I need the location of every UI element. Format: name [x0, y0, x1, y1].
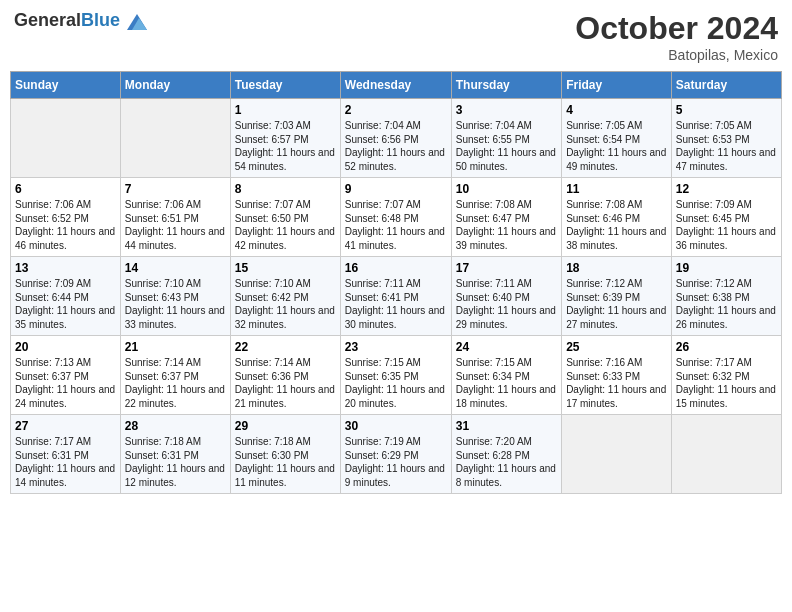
day-info: Sunrise: 7:05 AM Sunset: 6:54 PM Dayligh… — [566, 119, 667, 173]
day-info: Sunrise: 7:19 AM Sunset: 6:29 PM Dayligh… — [345, 435, 447, 489]
calendar-cell: 9Sunrise: 7:07 AM Sunset: 6:48 PM Daylig… — [340, 178, 451, 257]
calendar-cell: 20Sunrise: 7:13 AM Sunset: 6:37 PM Dayli… — [11, 336, 121, 415]
day-number: 7 — [125, 182, 226, 196]
calendar-body: 1Sunrise: 7:03 AM Sunset: 6:57 PM Daylig… — [11, 99, 782, 494]
calendar-cell: 14Sunrise: 7:10 AM Sunset: 6:43 PM Dayli… — [120, 257, 230, 336]
calendar-cell: 7Sunrise: 7:06 AM Sunset: 6:51 PM Daylig… — [120, 178, 230, 257]
logo-icon — [127, 14, 147, 30]
calendar-cell: 26Sunrise: 7:17 AM Sunset: 6:32 PM Dayli… — [671, 336, 781, 415]
day-number: 4 — [566, 103, 667, 117]
week-row-3: 13Sunrise: 7:09 AM Sunset: 6:44 PM Dayli… — [11, 257, 782, 336]
day-header-sunday: Sunday — [11, 72, 121, 99]
day-number: 15 — [235, 261, 336, 275]
title-area: October 2024 Batopilas, Mexico — [575, 10, 778, 63]
calendar-cell: 19Sunrise: 7:12 AM Sunset: 6:38 PM Dayli… — [671, 257, 781, 336]
day-number: 20 — [15, 340, 116, 354]
day-number: 28 — [125, 419, 226, 433]
header-row: SundayMondayTuesdayWednesdayThursdayFrid… — [11, 72, 782, 99]
day-header-monday: Monday — [120, 72, 230, 99]
day-info: Sunrise: 7:11 AM Sunset: 6:41 PM Dayligh… — [345, 277, 447, 331]
calendar-cell: 15Sunrise: 7:10 AM Sunset: 6:42 PM Dayli… — [230, 257, 340, 336]
day-info: Sunrise: 7:11 AM Sunset: 6:40 PM Dayligh… — [456, 277, 557, 331]
location: Batopilas, Mexico — [575, 47, 778, 63]
day-number: 17 — [456, 261, 557, 275]
day-number: 21 — [125, 340, 226, 354]
week-row-1: 1Sunrise: 7:03 AM Sunset: 6:57 PM Daylig… — [11, 99, 782, 178]
day-number: 26 — [676, 340, 777, 354]
day-info: Sunrise: 7:07 AM Sunset: 6:50 PM Dayligh… — [235, 198, 336, 252]
calendar-cell: 12Sunrise: 7:09 AM Sunset: 6:45 PM Dayli… — [671, 178, 781, 257]
calendar-cell — [120, 99, 230, 178]
day-number: 23 — [345, 340, 447, 354]
calendar-cell — [11, 99, 121, 178]
day-info: Sunrise: 7:14 AM Sunset: 6:36 PM Dayligh… — [235, 356, 336, 410]
calendar-cell: 25Sunrise: 7:16 AM Sunset: 6:33 PM Dayli… — [562, 336, 672, 415]
calendar-cell: 5Sunrise: 7:05 AM Sunset: 6:53 PM Daylig… — [671, 99, 781, 178]
day-header-thursday: Thursday — [451, 72, 561, 99]
calendar-cell: 18Sunrise: 7:12 AM Sunset: 6:39 PM Dayli… — [562, 257, 672, 336]
day-info: Sunrise: 7:08 AM Sunset: 6:46 PM Dayligh… — [566, 198, 667, 252]
day-info: Sunrise: 7:20 AM Sunset: 6:28 PM Dayligh… — [456, 435, 557, 489]
day-number: 27 — [15, 419, 116, 433]
day-info: Sunrise: 7:08 AM Sunset: 6:47 PM Dayligh… — [456, 198, 557, 252]
calendar-cell: 30Sunrise: 7:19 AM Sunset: 6:29 PM Dayli… — [340, 415, 451, 494]
day-info: Sunrise: 7:12 AM Sunset: 6:38 PM Dayligh… — [676, 277, 777, 331]
day-header-tuesday: Tuesday — [230, 72, 340, 99]
calendar-cell: 10Sunrise: 7:08 AM Sunset: 6:47 PM Dayli… — [451, 178, 561, 257]
calendar-cell: 17Sunrise: 7:11 AM Sunset: 6:40 PM Dayli… — [451, 257, 561, 336]
calendar-cell: 22Sunrise: 7:14 AM Sunset: 6:36 PM Dayli… — [230, 336, 340, 415]
day-info: Sunrise: 7:09 AM Sunset: 6:44 PM Dayligh… — [15, 277, 116, 331]
day-header-friday: Friday — [562, 72, 672, 99]
calendar-cell: 1Sunrise: 7:03 AM Sunset: 6:57 PM Daylig… — [230, 99, 340, 178]
calendar-cell: 28Sunrise: 7:18 AM Sunset: 6:31 PM Dayli… — [120, 415, 230, 494]
day-number: 13 — [15, 261, 116, 275]
day-number: 12 — [676, 182, 777, 196]
calendar-header: SundayMondayTuesdayWednesdayThursdayFrid… — [11, 72, 782, 99]
day-number: 16 — [345, 261, 447, 275]
day-header-saturday: Saturday — [671, 72, 781, 99]
day-number: 29 — [235, 419, 336, 433]
calendar-cell: 4Sunrise: 7:05 AM Sunset: 6:54 PM Daylig… — [562, 99, 672, 178]
day-info: Sunrise: 7:10 AM Sunset: 6:42 PM Dayligh… — [235, 277, 336, 331]
calendar-cell: 31Sunrise: 7:20 AM Sunset: 6:28 PM Dayli… — [451, 415, 561, 494]
page-header: GeneralBlue October 2024 Batopilas, Mexi… — [10, 10, 782, 63]
day-info: Sunrise: 7:04 AM Sunset: 6:56 PM Dayligh… — [345, 119, 447, 173]
calendar-cell: 27Sunrise: 7:17 AM Sunset: 6:31 PM Dayli… — [11, 415, 121, 494]
day-number: 2 — [345, 103, 447, 117]
day-number: 5 — [676, 103, 777, 117]
day-info: Sunrise: 7:06 AM Sunset: 6:52 PM Dayligh… — [15, 198, 116, 252]
day-number: 30 — [345, 419, 447, 433]
calendar-cell: 6Sunrise: 7:06 AM Sunset: 6:52 PM Daylig… — [11, 178, 121, 257]
calendar-cell: 13Sunrise: 7:09 AM Sunset: 6:44 PM Dayli… — [11, 257, 121, 336]
day-info: Sunrise: 7:15 AM Sunset: 6:35 PM Dayligh… — [345, 356, 447, 410]
calendar-table: SundayMondayTuesdayWednesdayThursdayFrid… — [10, 71, 782, 494]
day-info: Sunrise: 7:14 AM Sunset: 6:37 PM Dayligh… — [125, 356, 226, 410]
day-info: Sunrise: 7:10 AM Sunset: 6:43 PM Dayligh… — [125, 277, 226, 331]
day-info: Sunrise: 7:18 AM Sunset: 6:30 PM Dayligh… — [235, 435, 336, 489]
month-title: October 2024 — [575, 10, 778, 47]
day-number: 19 — [676, 261, 777, 275]
day-number: 11 — [566, 182, 667, 196]
day-info: Sunrise: 7:17 AM Sunset: 6:31 PM Dayligh… — [15, 435, 116, 489]
day-number: 9 — [345, 182, 447, 196]
day-number: 10 — [456, 182, 557, 196]
day-info: Sunrise: 7:12 AM Sunset: 6:39 PM Dayligh… — [566, 277, 667, 331]
day-number: 24 — [456, 340, 557, 354]
day-number: 1 — [235, 103, 336, 117]
day-info: Sunrise: 7:15 AM Sunset: 6:34 PM Dayligh… — [456, 356, 557, 410]
logo-blue: Blue — [81, 10, 120, 30]
day-number: 22 — [235, 340, 336, 354]
logo-general: General — [14, 10, 81, 30]
calendar-cell: 29Sunrise: 7:18 AM Sunset: 6:30 PM Dayli… — [230, 415, 340, 494]
calendar-cell — [671, 415, 781, 494]
week-row-4: 20Sunrise: 7:13 AM Sunset: 6:37 PM Dayli… — [11, 336, 782, 415]
day-number: 3 — [456, 103, 557, 117]
day-number: 18 — [566, 261, 667, 275]
day-info: Sunrise: 7:07 AM Sunset: 6:48 PM Dayligh… — [345, 198, 447, 252]
day-info: Sunrise: 7:04 AM Sunset: 6:55 PM Dayligh… — [456, 119, 557, 173]
week-row-5: 27Sunrise: 7:17 AM Sunset: 6:31 PM Dayli… — [11, 415, 782, 494]
day-info: Sunrise: 7:09 AM Sunset: 6:45 PM Dayligh… — [676, 198, 777, 252]
day-info: Sunrise: 7:03 AM Sunset: 6:57 PM Dayligh… — [235, 119, 336, 173]
day-number: 31 — [456, 419, 557, 433]
calendar-cell: 24Sunrise: 7:15 AM Sunset: 6:34 PM Dayli… — [451, 336, 561, 415]
